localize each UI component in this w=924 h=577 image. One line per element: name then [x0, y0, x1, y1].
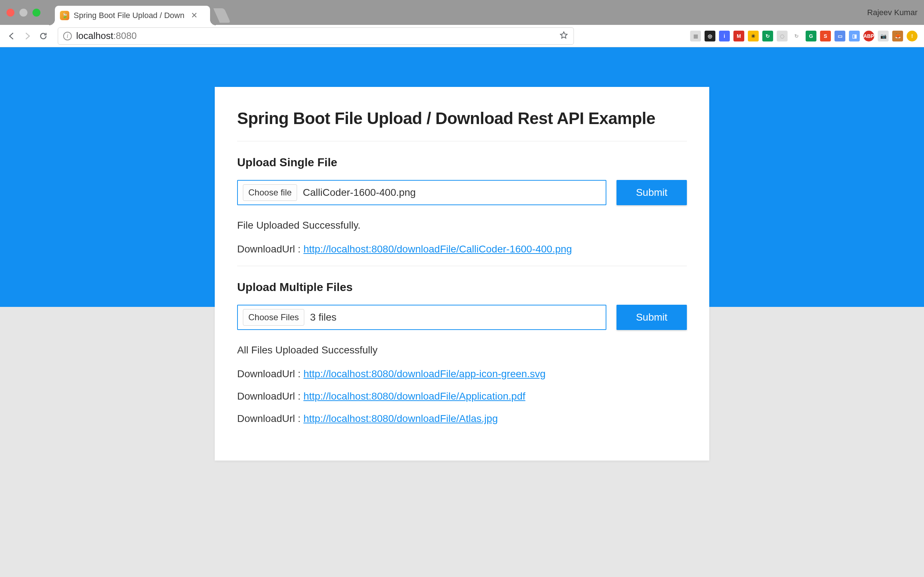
- selected-files-count: 3 files: [310, 311, 336, 323]
- multiple-download-line: DownloadUrl : http://localhost:8080/down…: [237, 413, 687, 424]
- download-prefix: DownloadUrl :: [237, 390, 304, 402]
- page-viewport: Spring Boot File Upload / Download Rest …: [0, 47, 924, 577]
- choose-file-button[interactable]: Choose file: [243, 184, 297, 201]
- forward-button[interactable]: [23, 31, 32, 41]
- download-prefix: DownloadUrl :: [237, 368, 304, 379]
- multiple-download-link-2[interactable]: http://localhost:8080/downloadFile/Appli…: [304, 390, 525, 402]
- window-maximize-button[interactable]: [32, 9, 40, 16]
- extension-icon[interactable]: ↻: [791, 31, 802, 42]
- multiple-download-line: DownloadUrl : http://localhost:8080/down…: [237, 390, 687, 402]
- choose-files-button[interactable]: Choose Files: [243, 309, 304, 326]
- profile-avatar-icon[interactable]: !: [907, 31, 918, 42]
- multiple-upload-heading: Upload Multiple Files: [237, 280, 687, 294]
- browser-titlebar: 🍃 Spring Boot File Upload / Down ✕ Rajee…: [0, 0, 924, 25]
- profile-name[interactable]: Rajeev Kumar: [867, 8, 918, 17]
- divider: [237, 141, 687, 141]
- single-download-line: DownloadUrl : http://localhost:8080/down…: [237, 243, 687, 255]
- single-download-link[interactable]: http://localhost:8080/downloadFile/Calli…: [304, 243, 572, 255]
- multiple-download-line: DownloadUrl : http://localhost:8080/down…: [237, 368, 687, 380]
- multiple-submit-button[interactable]: Submit: [617, 305, 687, 330]
- window-minimize-button[interactable]: [19, 9, 27, 16]
- download-prefix: DownloadUrl :: [237, 243, 304, 255]
- multiple-download-link-3[interactable]: http://localhost:8080/downloadFile/Atlas…: [304, 413, 498, 424]
- extension-icon[interactable]: ▦: [690, 31, 701, 42]
- new-tab-button[interactable]: [213, 8, 231, 23]
- single-upload-status: File Uploaded Successfully.: [237, 220, 687, 231]
- tab-title: Spring Boot File Upload / Down: [74, 11, 184, 20]
- extension-icon[interactable]: ✳: [748, 31, 759, 42]
- single-submit-button[interactable]: Submit: [617, 180, 687, 205]
- single-upload-form: Choose file CalliCoder-1600-400.png Subm…: [237, 180, 687, 205]
- bookmark-star-icon[interactable]: [559, 31, 569, 42]
- site-info-icon[interactable]: i: [63, 32, 72, 40]
- browser-tab[interactable]: 🍃 Spring Boot File Upload / Down ✕: [55, 6, 210, 25]
- extension-icon[interactable]: ▭: [835, 31, 845, 42]
- url-text: localhost:8080: [76, 30, 137, 42]
- multiple-file-input[interactable]: Choose Files 3 files: [237, 305, 606, 330]
- single-upload-heading: Upload Single File: [237, 156, 687, 169]
- back-button[interactable]: [6, 31, 16, 41]
- extension-icon[interactable]: ↻: [762, 31, 773, 42]
- extension-icon[interactable]: ◎: [704, 31, 716, 42]
- extensions-row: ▦ ◎ i M ✳ ↻ ◌ ↻ G S ▭ ◨ ABP 📷 🦊 !: [690, 31, 918, 42]
- extension-icon[interactable]: i: [719, 31, 730, 42]
- extension-icon[interactable]: ◌: [777, 31, 788, 42]
- address-bar[interactable]: i localhost:8080: [58, 27, 574, 45]
- reload-button[interactable]: [38, 31, 48, 41]
- extension-adblock-icon[interactable]: ABP: [863, 31, 874, 42]
- close-tab-icon[interactable]: ✕: [191, 11, 197, 20]
- single-file-input[interactable]: Choose file CalliCoder-1600-400.png: [237, 180, 606, 205]
- favicon-icon: 🍃: [60, 11, 69, 20]
- extension-stumbleupon-icon[interactable]: S: [820, 31, 831, 42]
- window-close-button[interactable]: [6, 9, 15, 16]
- extension-gmail-icon[interactable]: M: [733, 31, 744, 42]
- multiple-upload-status: All Files Uploaded Successfully: [237, 344, 687, 356]
- window-controls: [0, 9, 40, 16]
- browser-toolbar: i localhost:8080 ▦ ◎ i M ✳ ↻ ◌ ↻ G S ▭ ◨…: [0, 25, 924, 47]
- extension-grammarly-icon[interactable]: G: [806, 31, 816, 42]
- selected-file-name: CalliCoder-1600-400.png: [303, 187, 416, 198]
- url-host: localhost: [76, 30, 113, 41]
- multiple-upload-form: Choose Files 3 files Submit: [237, 305, 687, 330]
- url-port: :8080: [113, 30, 137, 41]
- divider: [237, 266, 687, 266]
- extension-icon[interactable]: ◨: [849, 31, 860, 42]
- download-prefix: DownloadUrl :: [237, 413, 304, 424]
- content-card: Spring Boot File Upload / Download Rest …: [215, 87, 709, 461]
- extension-icon[interactable]: 🦊: [892, 31, 903, 42]
- page-title: Spring Boot File Upload / Download Rest …: [237, 108, 687, 128]
- extension-icon[interactable]: 📷: [878, 31, 888, 42]
- multiple-download-link-1[interactable]: http://localhost:8080/downloadFile/app-i…: [304, 368, 546, 379]
